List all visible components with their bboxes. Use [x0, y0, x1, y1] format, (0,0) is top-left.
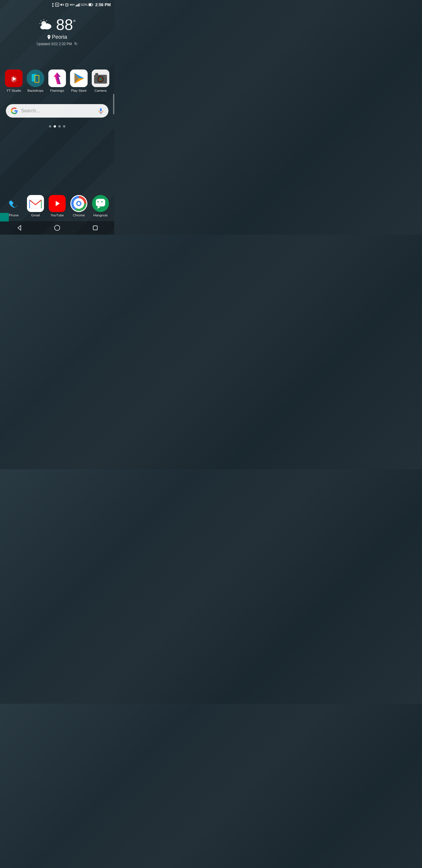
nav-bar — [0, 221, 114, 235]
weather-widget: 88° Peoria Updated 3/22 2:33 PM ↻ — [0, 8, 114, 52]
svg-rect-13 — [80, 3, 80, 6]
app-item-play-store[interactable]: Play Store — [69, 69, 89, 92]
signal-icon — [75, 3, 80, 6]
youtube-label: YouTube — [51, 214, 64, 217]
battery-icon — [89, 3, 93, 6]
svg-rect-47 — [100, 108, 102, 112]
svg-text:": " — [97, 200, 99, 206]
gmail-icon — [27, 195, 44, 212]
camera-label: Camera — [95, 89, 107, 92]
svg-point-25 — [42, 23, 48, 28]
svg-rect-32 — [35, 76, 39, 82]
svg-rect-11 — [78, 4, 78, 6]
network-type: 4G+ — [70, 3, 75, 6]
svg-point-61 — [77, 202, 80, 205]
search-bar-container: Search... — [0, 101, 114, 121]
svg-rect-68 — [93, 226, 97, 230]
flamingo-label: Flamingo — [50, 89, 64, 92]
bluetooth-icon — [51, 2, 54, 7]
scrollbar-hint — [113, 94, 114, 114]
svg-rect-9 — [75, 5, 76, 6]
back-icon — [16, 225, 22, 231]
mic-icon[interactable] — [98, 108, 104, 114]
dock-item-youtube[interactable]: YouTube — [47, 195, 67, 217]
page-dot-0[interactable] — [49, 125, 51, 128]
page-dot-2[interactable] — [58, 125, 61, 128]
app-item-backdrops[interactable]: Backdrops — [26, 69, 45, 92]
play-store-label: Play Store — [71, 89, 87, 92]
page-dot-3[interactable] — [63, 125, 65, 128]
chrome-icon — [70, 195, 87, 212]
battery-percent: 62% — [81, 3, 88, 6]
gmail-label: Gmail — [31, 214, 40, 217]
svg-line-19 — [46, 20, 47, 21]
weather-temperature: 88° — [56, 17, 75, 32]
app-item-flamingo[interactable]: Flamingo — [47, 69, 67, 92]
svg-point-67 — [55, 225, 60, 230]
camera-icon — [92, 69, 109, 87]
home-icon — [54, 225, 60, 231]
alarm-icon — [65, 3, 69, 7]
svg-text:": " — [101, 200, 103, 206]
playstore-icon — [70, 69, 88, 87]
weather-location: Peoria — [6, 34, 108, 40]
yt-studio-label: YT Studio — [6, 89, 21, 92]
flamingo-icon — [48, 69, 66, 87]
hangouts-label: Hangouts — [93, 214, 107, 217]
recents-icon — [93, 225, 98, 230]
dock-item-hangouts[interactable]: " " Hangouts — [91, 195, 110, 217]
svg-point-44 — [100, 79, 101, 80]
svg-point-46 — [105, 76, 107, 78]
weather-icon — [38, 19, 53, 31]
app-item-camera[interactable]: Camera — [91, 69, 110, 92]
status-icons: N 4G+ 62% — [51, 2, 111, 7]
hangouts-icon: " " — [92, 195, 109, 212]
youtube-icon — [48, 195, 66, 212]
chrome-label: Chrome — [73, 214, 85, 217]
dock-item-gmail[interactable]: Gmail — [26, 195, 45, 217]
search-bar[interactable]: Search... — [6, 104, 108, 118]
nfc-icon: N — [55, 3, 59, 7]
page-dots — [0, 121, 114, 132]
dock-item-phone[interactable]: Phone — [4, 195, 24, 217]
svg-text:N: N — [56, 4, 58, 6]
svg-rect-10 — [77, 5, 78, 6]
phone-icon — [5, 195, 22, 212]
svg-rect-12 — [79, 3, 80, 6]
search-placeholder: Search... — [21, 108, 95, 114]
svg-rect-16 — [89, 4, 91, 6]
svg-rect-15 — [93, 4, 93, 5]
weather-updated: Updated 3/22 2:33 PM ↻ — [6, 41, 108, 46]
page-dot-1[interactable] — [54, 125, 56, 128]
svg-line-20 — [41, 20, 42, 21]
svg-marker-66 — [18, 225, 21, 230]
recents-button[interactable] — [89, 222, 101, 234]
dock-item-chrome[interactable]: Chrome — [69, 195, 89, 217]
phone-label: Phone — [9, 214, 19, 217]
status-time: 2:56 PM — [95, 2, 111, 7]
mute-icon — [60, 3, 64, 7]
google-logo — [10, 107, 18, 115]
yt-studio-icon — [5, 69, 23, 87]
status-bar: N 4G+ 62% — [0, 0, 114, 8]
home-button[interactable] — [51, 222, 63, 234]
backdrops-icon — [27, 69, 44, 87]
dock: Phone Gmail YouTube — [0, 192, 114, 220]
app-grid: YT Studio Backdrops Flamingo — [0, 52, 114, 98]
app-item-yt-studio[interactable]: YT Studio — [4, 69, 24, 92]
location-pin-icon — [47, 35, 51, 39]
backdrops-label: Backdrops — [28, 89, 43, 92]
back-button[interactable] — [13, 222, 25, 234]
svg-rect-45 — [95, 73, 98, 75]
